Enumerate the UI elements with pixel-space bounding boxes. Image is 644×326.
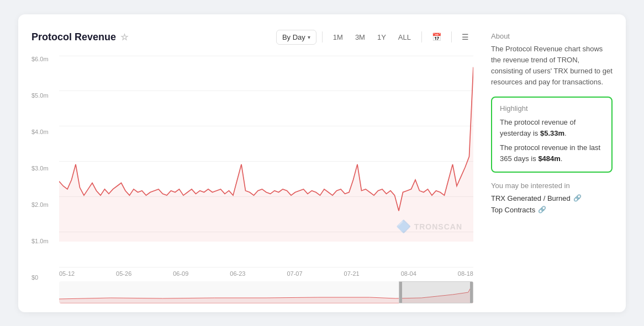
chart-inner: 🔷 TRONSCAN bbox=[59, 56, 473, 267]
chevron-down-icon: ▾ bbox=[308, 34, 310, 40]
x-label-0707: 07-07 bbox=[287, 270, 302, 277]
calendar-icon-button[interactable]: 📅 bbox=[427, 30, 446, 44]
highlight-line1-value: $5.33m bbox=[540, 129, 564, 137]
chart-title-text: Protocol Revenue bbox=[31, 31, 116, 43]
x-label-0804: 08-04 bbox=[401, 270, 416, 277]
x-label-0526: 05-26 bbox=[116, 270, 131, 277]
y-label-2m: $2.0m bbox=[31, 201, 57, 208]
y-label-6m: $6.0m bbox=[31, 56, 57, 62]
chart-header: Protocol Revenue ☆ By Day ▾ 1M 3M 1Y ALL… bbox=[31, 30, 473, 45]
about-section: About The Protocol Revenue chart shows t… bbox=[491, 32, 613, 88]
toolbar-divider bbox=[322, 31, 323, 42]
minimap-right-handle[interactable] bbox=[470, 282, 473, 303]
y-label-4m: $4.0m bbox=[31, 129, 57, 135]
y-label-5m: $5.0m bbox=[31, 92, 57, 99]
period-all-button[interactable]: ALL bbox=[393, 30, 416, 44]
watermark: 🔷 TRONSCAN bbox=[396, 220, 462, 234]
by-day-button[interactable]: By Day ▾ bbox=[276, 30, 316, 45]
interested-link-trx[interactable]: TRX Generated / Burned 🔗 bbox=[491, 194, 613, 202]
highlight-line2-suffix: . bbox=[561, 154, 563, 163]
y-axis-labels: $6.0m $5.0m $4.0m $3.0m $2.0m $1.0m $0 bbox=[31, 56, 57, 281]
minimap-highlight[interactable] bbox=[399, 281, 473, 303]
external-link-icon-1: 🔗 bbox=[573, 194, 582, 202]
by-day-label: By Day bbox=[282, 33, 305, 41]
grid-line-7 bbox=[59, 267, 473, 268]
chart-title-container: Protocol Revenue ☆ bbox=[31, 31, 128, 43]
x-label-0721: 07-21 bbox=[344, 270, 360, 277]
interested-title: You may be interested in bbox=[491, 181, 613, 190]
x-label-0512: 05-12 bbox=[59, 270, 75, 277]
toolbar: By Day ▾ 1M 3M 1Y ALL 📅 ☰ bbox=[276, 30, 473, 45]
x-label-0609: 06-09 bbox=[173, 270, 188, 277]
watermark-logo-icon: 🔷 bbox=[396, 220, 411, 234]
interested-section: You may be interested in TRX Generated /… bbox=[491, 181, 613, 217]
highlight-line1-suffix: . bbox=[564, 129, 567, 137]
favorite-star-icon[interactable]: ☆ bbox=[120, 32, 128, 42]
highlight-line-2: The protocol revenue in the last 365 day… bbox=[500, 142, 604, 164]
toolbar-divider-3 bbox=[451, 31, 452, 42]
x-axis-labels: 05-12 05-26 06-09 06-23 07-07 07-21 08-0… bbox=[59, 270, 473, 277]
highlight-box: Highlight The protocol revenue of yester… bbox=[491, 97, 613, 173]
menu-icon-button[interactable]: ☰ bbox=[457, 30, 473, 44]
chart-area: Protocol Revenue ☆ By Day ▾ 1M 3M 1Y ALL… bbox=[31, 30, 473, 303]
highlight-line-1: The protocol revenue of yesterday is $5.… bbox=[500, 117, 604, 139]
highlight-line2-value: $484m bbox=[538, 154, 560, 163]
minimap[interactable] bbox=[59, 281, 473, 303]
about-section-title: About bbox=[491, 32, 613, 40]
interested-link-contracts-text: Top Contracts bbox=[491, 206, 535, 214]
period-3m-button[interactable]: 3M bbox=[350, 30, 370, 44]
y-label-3m: $3.0m bbox=[31, 165, 57, 172]
external-link-icon-2: 🔗 bbox=[538, 206, 546, 213]
sidebar: About The Protocol Revenue chart shows t… bbox=[491, 30, 613, 303]
x-label-0623: 06-23 bbox=[230, 270, 245, 277]
toolbar-divider-2 bbox=[421, 31, 422, 42]
y-label-0: $0 bbox=[31, 274, 57, 281]
watermark-text: TRONSCAN bbox=[414, 222, 462, 231]
main-card: Protocol Revenue ☆ By Day ▾ 1M 3M 1Y ALL… bbox=[18, 14, 626, 312]
interested-link-trx-text: TRX Generated / Burned bbox=[491, 194, 571, 202]
period-1m-button[interactable]: 1M bbox=[328, 30, 348, 44]
period-1y-button[interactable]: 1Y bbox=[372, 30, 391, 44]
highlight-title: Highlight bbox=[500, 104, 604, 113]
interested-link-contracts[interactable]: Top Contracts 🔗 bbox=[491, 206, 613, 214]
chart-wrapper: $6.0m $5.0m $4.0m $3.0m $2.0m $1.0m $0 bbox=[31, 56, 473, 303]
minimap-left-handle[interactable] bbox=[399, 282, 402, 303]
revenue-area bbox=[59, 67, 473, 242]
main-chart-svg bbox=[59, 56, 473, 242]
about-text: The Protocol Revenue chart shows the rev… bbox=[491, 44, 613, 88]
y-label-1m: $1.0m bbox=[31, 238, 57, 244]
x-label-0818: 08-18 bbox=[458, 270, 473, 277]
